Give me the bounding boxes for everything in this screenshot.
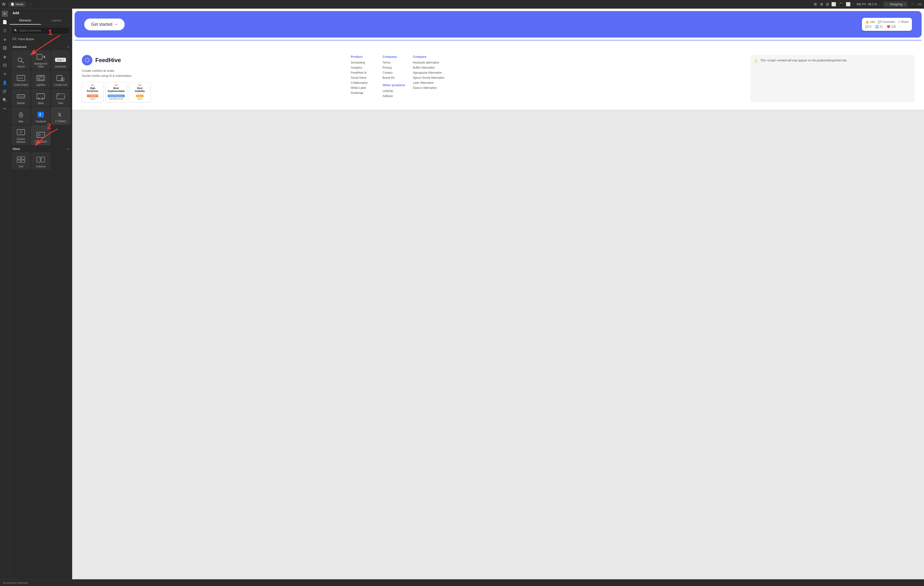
sidebar-item-navigator[interactable]: ☰ (1, 27, 8, 34)
sidebar-item-pages[interactable]: 📄 (1, 18, 8, 25)
map-icon (16, 110, 26, 119)
sidebar-item-elements[interactable]: ◉ (1, 53, 8, 60)
product-link-collaboration[interactable]: Collaboration (351, 81, 375, 84)
element-item-map[interactable]: Map (12, 107, 30, 124)
product-link-feedhive-ai[interactable]: FeedHive AI (351, 71, 375, 74)
compare-link-sprout[interactable]: Sprout Social Alternative (413, 76, 444, 79)
element-item-grid[interactable]: Grid (12, 152, 30, 169)
publish-check-icon[interactable]: ✓ (911, 2, 914, 6)
like-action[interactable]: 👍 Like (865, 20, 875, 23)
elements-panel: Add Elements Layouts 🔍 Form Button Advan… (10, 9, 72, 579)
sidebar-item-components[interactable]: ◈ (1, 36, 8, 43)
element-label: Dropdown (55, 65, 66, 68)
sidebar-item-cms[interactable] (1, 61, 8, 69)
element-item-custom-element[interactable]: Custom Element (12, 126, 30, 145)
advanced-section-header[interactable]: Advanced ▾ (10, 43, 72, 50)
element-item-navbar[interactable]: Navbar (12, 89, 30, 106)
compare-heading: Compare (413, 55, 444, 58)
product-link-white-label[interactable]: White Label (351, 86, 375, 89)
twitter-x-icon: 𝕏 (56, 110, 66, 119)
sidebar-item-users[interactable]: 👤 (1, 79, 8, 86)
element-item-tabs[interactable]: Tabs (51, 89, 70, 106)
product-link-analytics[interactable]: Analytics (351, 66, 375, 70)
more-tabs-icon[interactable]: ··· (29, 2, 31, 6)
sidebar-item-misc[interactable] (1, 105, 8, 112)
element-item-twitter[interactable]: 𝕏 X (Twitter) (51, 107, 70, 124)
zoom-value: 98.2 % (868, 3, 877, 6)
designing-label: Designing (889, 3, 903, 6)
brand-icon: ⬡ (82, 55, 92, 66)
mobile-small-icon[interactable]: ⬜ (846, 2, 851, 7)
element-label: Lightbox (36, 84, 46, 86)
badge-ribbon-1: SUMMER (87, 94, 98, 97)
sidebar-item-search[interactable]: 🔍 (1, 96, 8, 104)
badge-best-usability: G2 BestUsability FALL 2022 (129, 82, 151, 102)
tab-elements[interactable]: Elements (10, 17, 41, 25)
element-item-code-embed[interactable]: </> Code Embed (12, 71, 30, 88)
form-button-label: Form Button (18, 38, 34, 41)
svg-rect-48 (17, 160, 20, 162)
element-item-lightbox[interactable]: Lightbox (31, 71, 50, 88)
code-view-icon[interactable]: </> (917, 2, 922, 6)
compare-link-hootsuite[interactable]: Hootsuite alternative (413, 61, 444, 64)
element-label: Search (17, 65, 25, 68)
compare-link-agorapulse[interactable]: Agorapulse Alternative (413, 71, 444, 74)
compare-link-later[interactable]: Later Alternative (413, 81, 444, 84)
element-label: Slider (38, 102, 44, 105)
element-item-code-block[interactable]: Code Block (31, 126, 50, 145)
element-item-columns[interactable]: Columns (31, 152, 50, 169)
company-link-brand-kit[interactable]: Brand Kit (383, 76, 405, 79)
hero-cta[interactable]: Get started → (84, 18, 125, 30)
compare-link-buffer[interactable]: Buffer Alternative (413, 66, 444, 70)
other-section-header[interactable]: Other ▾ (10, 145, 72, 152)
search-input[interactable] (12, 27, 69, 34)
sidebar-item-interactions[interactable] (1, 70, 8, 78)
svg-rect-8 (3, 109, 6, 109)
tablet-landscape-icon[interactable]: ⬜ (832, 2, 836, 7)
svg-line-11 (21, 61, 23, 63)
tab-layouts[interactable]: Layouts (41, 17, 72, 25)
element-item-slider[interactable]: ··· Slider (31, 89, 50, 106)
company-link-terms[interactable]: Terms (383, 61, 405, 64)
chevron-down-icon: ▾ (68, 45, 69, 49)
element-item-search[interactable]: Search (12, 50, 30, 70)
desktop-large-icon[interactable]: 🖥 (813, 2, 817, 7)
company-link-contact[interactable]: Contact (383, 71, 405, 74)
element-item-facebook[interactable]: f Facebook (31, 107, 50, 124)
breakpoint-icon[interactable]: ⊞ (826, 2, 829, 7)
home-tab[interactable]: 📄 Home (8, 2, 26, 7)
svg-point-4 (3, 64, 6, 65)
share-action[interactable]: ↗ Share (898, 20, 909, 23)
product-link-roadmap[interactable]: Roadmap (351, 91, 375, 94)
compare-link-swat[interactable]: Swat.io Alternative (413, 86, 444, 89)
facebook-icon: f (36, 110, 46, 119)
custom-element-icon (16, 128, 26, 136)
chevron-down-icon: ▾ (904, 3, 905, 5)
advanced-label: Advanced (13, 45, 26, 49)
panel-tabs: Elements Layouts (10, 17, 72, 25)
product-link-scheduling[interactable]: Scheduling (351, 61, 375, 64)
sidebar-item-ecommerce[interactable]: 🛒 (1, 88, 8, 95)
element-item-background-video[interactable]: Background Video (31, 50, 50, 70)
footer-brand-col: ⬡ FeedHive Create content at scale. Soci… (82, 55, 343, 102)
element-item-locales-list[interactable]: Locales List (51, 71, 70, 88)
badge-season-2: WINTER 2024 (107, 98, 125, 100)
other-link-linkdrip[interactable]: LinkDrip (383, 89, 405, 93)
product-link-social-inbox[interactable]: Social Inbox (351, 76, 375, 79)
mobile-icon[interactable]: 📱 (838, 2, 843, 7)
sidebar-item-assets[interactable] (1, 44, 8, 51)
list-item-form-button[interactable]: Form Button (10, 35, 72, 43)
svg-rect-2 (3, 48, 5, 50)
other-link-aidbase[interactable]: Aidbase (383, 94, 405, 98)
element-label: Grid (19, 165, 23, 168)
company-link-privacy[interactable]: Privacy (383, 66, 405, 70)
element-item-dropdown[interactable]: Drop ▾ Dropdown (51, 50, 70, 70)
add-button[interactable]: + (2, 11, 8, 17)
badge-ribbon-3: FALL (136, 94, 144, 97)
footer-section: ⬡ FeedHive Create content at scale. Soci… (72, 48, 924, 109)
element-label: Locales List (54, 84, 67, 86)
desktop-icon[interactable]: 🖥 (820, 2, 823, 7)
svg-point-28 (38, 98, 40, 99)
comment-action[interactable]: 💬 Comment (878, 20, 894, 23)
designing-mode-button[interactable]: ✓ Designing ▾ (883, 2, 908, 7)
